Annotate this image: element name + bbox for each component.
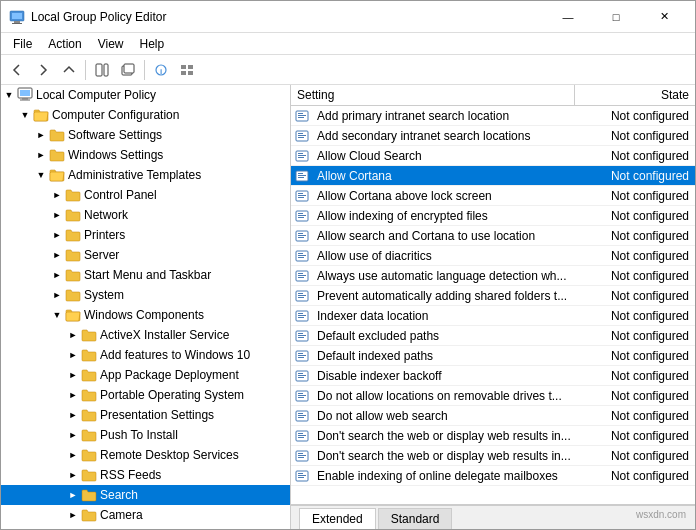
settings-row-state: Not configured [575,327,695,345]
tree-item-camera[interactable]: ► Camera [1,505,290,525]
settings-policy-icon [291,409,313,423]
settings-row-state: Not configured [575,187,695,205]
menu-action[interactable]: Action [40,35,89,53]
tree-icon-system [65,287,81,303]
svg-rect-71 [298,373,303,374]
tree-icon-local-computer-policy [17,87,33,103]
tree-item-search[interactable]: ► Search [1,485,290,505]
tree-label-printers: Printers [84,228,125,242]
tree-item-system[interactable]: ► System [1,285,290,305]
tree-item-push-to-install[interactable]: ► Push To Install [1,425,290,445]
tree-label-system: System [84,288,124,302]
settings-row[interactable]: Default indexed pathsNot configured [291,346,695,366]
tree-item-app-package[interactable]: ► App Package Deployment [1,365,290,385]
tree-item-portable-os[interactable]: ► Portable Operating System [1,385,290,405]
forward-button[interactable] [31,58,55,82]
minimize-button[interactable]: — [545,7,591,27]
tree-item-cloud-content[interactable]: ► Cloud Content [1,525,290,529]
settings-row-name: Don't search the web or display web resu… [313,427,575,445]
tree-item-local-computer-policy[interactable]: ▼ Local Computer Policy [1,85,290,105]
close-button[interactable]: ✕ [641,7,687,27]
settings-row[interactable]: Allow use of diacriticsNot configured [291,246,695,266]
tree-item-server[interactable]: ► Server [1,245,290,265]
settings-row[interactable]: Do not allow locations on removable driv… [291,386,695,406]
settings-row[interactable]: Allow search and Cortana to use location… [291,226,695,246]
settings-row-name: Always use automatic language detection … [313,267,575,285]
svg-rect-76 [298,395,306,396]
svg-rect-59 [298,313,303,314]
settings-row[interactable]: Always use automatic language detection … [291,266,695,286]
settings-policy-icon [291,169,313,183]
settings-header: Setting State [291,85,695,106]
settings-row[interactable]: Disable indexer backoffNot configured [291,366,695,386]
svg-rect-85 [298,437,304,438]
settings-policy-icon [291,189,313,203]
tree-item-start-menu[interactable]: ► Start Menu and Taskbar [1,265,290,285]
view-button[interactable] [175,58,199,82]
tree-item-windows-components[interactable]: ▼ Windows Components [1,305,290,325]
settings-row-state: Not configured [575,227,695,245]
tab-extended[interactable]: Extended [299,508,376,529]
up-button[interactable] [57,58,81,82]
tree-item-activex[interactable]: ► ActiveX Installer Service [1,325,290,345]
menu-help[interactable]: Help [132,35,173,53]
maximize-button[interactable]: □ [593,7,639,27]
svg-rect-37 [298,197,304,198]
back-button[interactable] [5,58,29,82]
svg-rect-36 [298,195,306,196]
svg-rect-48 [298,255,306,256]
tree-item-network[interactable]: ► Network [1,205,290,225]
settings-policy-icon [291,249,313,263]
settings-row[interactable]: Don't search the web or display web resu… [291,426,695,446]
tree-item-computer-configuration[interactable]: ▼ Computer Configuration [1,105,290,125]
settings-row[interactable]: Add primary intranet search locationNot … [291,106,695,126]
settings-row-name: Enable indexing of online delegate mailb… [313,467,575,485]
tree-label-rss-feeds: RSS Feeds [100,468,161,482]
tree-item-software-settings[interactable]: ► Software Settings [1,125,290,145]
svg-rect-35 [298,193,303,194]
settings-row-name: Allow use of diacritics [313,247,575,265]
settings-row[interactable]: Do not allow web searchNot configured [291,406,695,426]
settings-row[interactable]: Enable indexing of online delegate mailb… [291,466,695,486]
settings-row[interactable]: Don't search the web or display web resu… [291,446,695,466]
tree-item-printers[interactable]: ► Printers [1,225,290,245]
tree-icon-computer-configuration [33,107,49,123]
tree-item-add-features[interactable]: ► Add features to Windows 10 [1,345,290,365]
settings-row[interactable]: Indexer data locationNot configured [291,306,695,326]
tree-icon-start-menu [65,267,81,283]
settings-row-state: Not configured [575,447,695,465]
settings-row[interactable]: Allow Cortana above lock screenNot confi… [291,186,695,206]
tree-label-activex: ActiveX Installer Service [100,328,229,342]
menu-view[interactable]: View [90,35,132,53]
tree-item-administrative-templates[interactable]: ▼ Administrative Templates [1,165,290,185]
properties-button[interactable]: i [149,58,173,82]
tab-standard[interactable]: Standard [378,508,453,529]
header-state: State [575,85,695,105]
settings-row[interactable]: Allow indexing of encrypted filesNot con… [291,206,695,226]
tree-icon-push-to-install [81,427,97,443]
tree-item-remote-desktop[interactable]: ► Remote Desktop Services [1,445,290,465]
tree-item-control-panel[interactable]: ► Control Panel [1,185,290,205]
settings-row-state: Not configured [575,267,695,285]
settings-row[interactable]: Allow CortanaNot configured [291,166,695,186]
settings-row-state: Not configured [575,207,695,225]
tree-item-presentation[interactable]: ► Presentation Settings [1,405,290,425]
tree-item-windows-settings[interactable]: ► Windows Settings [1,145,290,165]
settings-row-name: Default indexed paths [313,347,575,365]
settings-policy-icon [291,369,313,383]
settings-row[interactable]: Default excluded pathsNot configured [291,326,695,346]
svg-text:i: i [160,67,162,76]
svg-rect-60 [298,315,306,316]
tree-icon-activex [81,327,97,343]
menu-file[interactable]: File [5,35,40,53]
settings-row[interactable]: Allow Cloud SearchNot configured [291,146,695,166]
svg-rect-5 [104,64,108,76]
settings-policy-icon [291,429,313,443]
settings-row[interactable]: Add secondary intranet search locationsN… [291,126,695,146]
tree-label-push-to-install: Push To Install [100,428,178,442]
tree-item-rss-feeds[interactable]: ► RSS Feeds [1,465,290,485]
show-hide-button[interactable] [90,58,114,82]
settings-row[interactable]: Prevent automatically adding shared fold… [291,286,695,306]
svg-rect-12 [181,71,186,75]
new-window-button[interactable] [116,58,140,82]
